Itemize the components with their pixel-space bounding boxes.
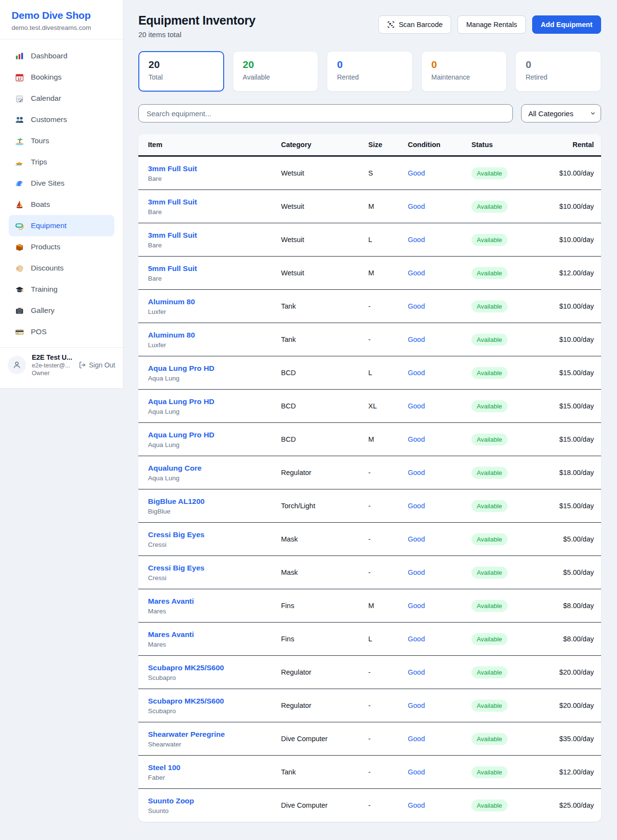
brand-name[interactable]: Demo Dive Shop xyxy=(12,10,111,21)
sidebar-item-dive-sites[interactable]: Dive Sites xyxy=(9,173,114,194)
sidebar-item-dashboard[interactable]: Dashboard xyxy=(9,45,114,67)
equipment-name-link[interactable]: Shearwater Peregrine xyxy=(148,730,225,739)
condition-link[interactable]: Good xyxy=(408,402,471,410)
equipment-name-link[interactable]: Aqualung Core xyxy=(148,464,201,473)
sidebar-item-boats[interactable]: Boats xyxy=(9,194,114,215)
status-badge: Available xyxy=(471,799,508,812)
equipment-name-link[interactable]: BigBlue AL1200 xyxy=(148,497,204,506)
status-cell: Available xyxy=(471,633,558,645)
category-cell: Wetsuit xyxy=(281,236,368,244)
condition-link[interactable]: Good xyxy=(408,369,471,377)
stat-card[interactable]: 0 Retired xyxy=(515,51,601,92)
condition-link[interactable]: Good xyxy=(408,435,471,443)
equipment-brand: Cressi xyxy=(148,541,281,548)
scan-barcode-button[interactable]: Scan Barcode xyxy=(378,15,451,34)
condition-link[interactable]: Good xyxy=(408,236,471,244)
condition-link[interactable]: Good xyxy=(408,203,471,210)
sidebar-item-bookings[interactable]: 17 Bookings xyxy=(9,67,114,88)
condition-link[interactable]: Good xyxy=(408,336,471,343)
equipment-brand: Bare xyxy=(148,208,281,216)
col-rental: Rental xyxy=(558,141,594,149)
equipment-brand: Faber xyxy=(148,774,281,781)
equipment-name-link[interactable]: Aqua Lung Pro HD xyxy=(148,364,215,373)
condition-link[interactable]: Good xyxy=(408,668,471,676)
condition-link[interactable]: Good xyxy=(408,502,471,510)
equipment-name-link[interactable]: Scubapro MK25/S600 xyxy=(148,664,224,672)
stat-card[interactable]: 0 Maintenance xyxy=(421,51,507,92)
condition-link[interactable]: Good xyxy=(408,702,471,709)
equipment-name-link[interactable]: Aqua Lung Pro HD xyxy=(148,397,215,406)
sign-out-button[interactable]: Sign Out xyxy=(79,361,115,369)
equipment-name-link[interactable]: Cressi Big Eyes xyxy=(148,530,204,539)
equipment-name-link[interactable]: 3mm Full Suit xyxy=(148,231,197,240)
condition-link[interactable]: Good xyxy=(408,602,471,610)
status-cell: Available xyxy=(471,567,558,579)
table-row: 5mm Full Suit Bare Wetsuit M Good Availa… xyxy=(138,256,601,289)
condition-link[interactable]: Good xyxy=(408,768,471,776)
sidebar-item-training[interactable]: Training xyxy=(9,279,114,300)
condition-link[interactable]: Good xyxy=(408,269,471,277)
size-cell: XL xyxy=(368,402,408,410)
equipment-name-link[interactable]: Cressi Big Eyes xyxy=(148,564,204,572)
condition-link[interactable]: Good xyxy=(408,569,471,576)
size-cell: S xyxy=(368,169,408,177)
category-cell: Mask xyxy=(281,535,368,543)
stat-label: Maintenance xyxy=(431,73,497,81)
condition-link[interactable]: Good xyxy=(408,735,471,743)
size-cell: - xyxy=(368,768,408,776)
sidebar-item-customers[interactable]: Customers xyxy=(9,109,114,130)
sidebar-item-pos[interactable]: POS xyxy=(9,321,114,342)
stat-card[interactable]: 20 Total xyxy=(138,51,224,92)
equipment-name-link[interactable]: Mares Avanti xyxy=(148,630,194,639)
rental-rate: $8.00/day xyxy=(558,635,594,643)
size-cell: - xyxy=(368,801,408,809)
stat-label: Retired xyxy=(525,73,591,81)
add-equipment-button[interactable]: Add Equipment xyxy=(532,15,601,34)
speedboat-icon xyxy=(14,157,24,167)
equipment-name-link[interactable]: Aluminum 80 xyxy=(148,331,195,339)
sidebar-item-calendar[interactable]: Calendar xyxy=(9,88,114,109)
equipment-name-link[interactable]: 5mm Full Suit xyxy=(148,264,197,273)
stat-label: Total xyxy=(148,73,214,81)
sidebar-item-gallery[interactable]: Gallery xyxy=(9,300,114,321)
search-input[interactable] xyxy=(138,104,513,122)
status-badge: Available xyxy=(471,400,508,412)
equipment-name-link[interactable]: Aluminum 80 xyxy=(148,298,195,306)
condition-link[interactable]: Good xyxy=(408,469,471,476)
condition-link[interactable]: Good xyxy=(408,535,471,543)
size-cell: - xyxy=(368,535,408,543)
condition-link[interactable]: Good xyxy=(408,169,471,177)
equipment-name-link[interactable]: 3mm Full Suit xyxy=(148,198,197,206)
status-cell: Available xyxy=(471,533,558,545)
sidebar-item-tours[interactable]: Tours xyxy=(9,130,114,151)
stat-value: 0 xyxy=(431,59,497,70)
equipment-brand: Aqua Lung xyxy=(148,441,281,448)
sidebar-item-products[interactable]: Products xyxy=(9,236,114,257)
condition-link[interactable]: Good xyxy=(408,635,471,643)
sidebar-item-equipment[interactable]: Equipment xyxy=(9,215,114,236)
package-icon xyxy=(14,242,24,252)
sidebar-item-label: Boats xyxy=(31,200,50,209)
manage-rentals-button[interactable]: Manage Rentals xyxy=(457,15,526,34)
sidebar-item-discounts[interactable]: Discounts xyxy=(9,257,114,279)
size-cell: - xyxy=(368,668,408,676)
status-badge: Available xyxy=(471,300,508,312)
equipment-brand: Bare xyxy=(148,275,281,282)
category-select[interactable]: All Categories xyxy=(521,104,601,122)
equipment-name-link[interactable]: 3mm Full Suit xyxy=(148,164,197,173)
equipment-name-link[interactable]: Steel 100 xyxy=(148,763,180,772)
condition-link[interactable]: Good xyxy=(408,302,471,310)
equipment-name-link[interactable]: Suunto Zoop xyxy=(148,797,194,805)
rental-rate: $10.00/day xyxy=(558,302,594,310)
stat-card[interactable]: 20 Available xyxy=(233,51,319,92)
stat-card[interactable]: 0 Rented xyxy=(327,51,413,92)
main-content: Equipment Inventory 20 items total Scan … xyxy=(123,0,617,838)
equipment-name-link[interactable]: Scubapro MK25/S600 xyxy=(148,697,224,705)
equipment-name-link[interactable]: Mares Avanti xyxy=(148,597,194,606)
equipment-brand: Mares xyxy=(148,641,281,648)
status-cell: Available xyxy=(471,201,558,213)
sidebar-item-trips[interactable]: Trips xyxy=(9,151,114,173)
equipment-name-link[interactable]: Aqua Lung Pro HD xyxy=(148,431,215,439)
condition-link[interactable]: Good xyxy=(408,801,471,809)
bar-chart-icon xyxy=(14,51,24,61)
